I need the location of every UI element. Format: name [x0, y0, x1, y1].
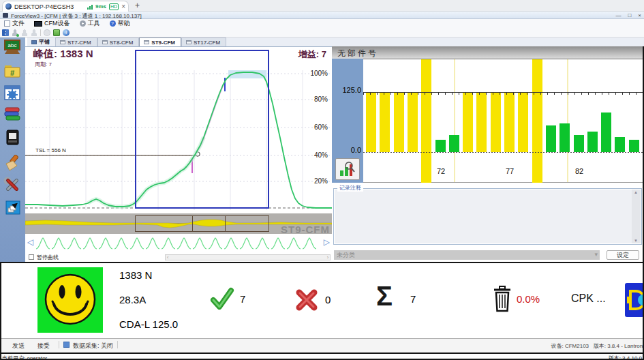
spc-zoom-button[interactable] — [335, 158, 360, 180]
spc-bottom-border — [363, 182, 644, 183]
close-button[interactable]: × — [638, 12, 641, 18]
spc-group-divider — [454, 59, 455, 183]
spc-bar[interactable] — [421, 59, 431, 183]
overview-selection-rect[interactable] — [135, 215, 269, 232]
evaluation-window-rect[interactable] — [135, 50, 269, 209]
spc-bar[interactable] — [601, 112, 611, 152]
tab-ST17-CFM[interactable]: ST17-CFM — [181, 38, 226, 46]
spc-bar[interactable] — [408, 92, 418, 152]
spc-bar[interactable] — [532, 59, 542, 183]
cycle-pulse-strip: ◁ ▷ — [25, 236, 332, 251]
scroll-right-icon[interactable]: › — [327, 255, 328, 260]
pulse-peak — [162, 238, 175, 249]
spc-bar[interactable] — [546, 125, 556, 152]
latency-value: 9ms — [95, 3, 106, 10]
scroll-down-icon[interactable]: ▼ — [634, 239, 638, 243]
menu-item-帮助[interactable]: ?帮助 — [110, 19, 130, 28]
maximize-button[interactable]: □ — [628, 12, 631, 18]
tools-icon[interactable] — [3, 177, 21, 194]
remote-new-tab-button[interactable]: + — [135, 1, 140, 10]
menu-item-文件[interactable]: 文件 — [4, 19, 25, 28]
spc-bar[interactable] — [449, 135, 459, 152]
signal-overview-band[interactable]: ST9-CFM — [25, 213, 332, 234]
pulse-peak — [99, 238, 112, 249]
scroll-left-icon[interactable]: ‹ — [167, 255, 168, 260]
help-icon: ? — [110, 20, 116, 27]
spc-bar[interactable] — [380, 92, 390, 152]
result-force: 1383 N — [119, 269, 152, 281]
pulse-prev-icon[interactable]: ◁ — [27, 237, 33, 247]
spc-bar[interactable] — [476, 92, 487, 152]
nok-x-icon — [294, 288, 319, 312]
spc-bar[interactable] — [435, 140, 446, 152]
status-separator — [117, 341, 118, 348]
y-axis-tick: 60% — [301, 123, 328, 131]
ok-count: 7 — [240, 293, 245, 305]
manuals-books-icon[interactable] — [3, 106, 21, 123]
result-current: 28.3A — [119, 294, 146, 305]
info-icon[interactable]: i — [63, 29, 70, 36]
pause-curve-checkbox[interactable] — [29, 254, 34, 260]
curve-horizontal-scrollbar[interactable]: ‹ › — [165, 254, 331, 260]
spc-bar[interactable] — [366, 92, 376, 152]
device-unit-icon[interactable] — [3, 129, 21, 147]
spc-bar[interactable] — [394, 92, 404, 152]
remote-tab-close-icon[interactable]: × — [121, 3, 125, 10]
abc-board-icon[interactable]: abc — [3, 39, 21, 57]
spc-bar[interactable] — [629, 140, 639, 152]
spc-bar-plot[interactable]: 72 77 82 — [363, 59, 644, 183]
signal-bars-icon — [87, 4, 93, 10]
tab-平铺[interactable]: 平铺 — [27, 38, 55, 46]
scroll-up-icon[interactable]: ▲ — [634, 190, 638, 194]
minimize-button[interactable]: — — [615, 12, 621, 18]
comments-textarea[interactable] — [335, 190, 632, 243]
part-number-header: 无部件号 — [332, 46, 644, 59]
y-axis-tick: 20% — [301, 177, 328, 185]
logbook-icon[interactable] — [2, 29, 9, 36]
spc-bar[interactable] — [463, 92, 473, 152]
user-group-icon[interactable] — [31, 29, 37, 36]
remote-client-tabbar: DESKTOP-P4EGSH3 9ms HD × + — [0, 0, 644, 12]
tab-label: ST17-CFM — [194, 40, 220, 46]
menu-item-CFM设备[interactable]: CFM设备 — [34, 19, 70, 28]
ok-check-icon — [209, 285, 236, 312]
spc-bar[interactable] — [559, 123, 570, 152]
spc-bar[interactable] — [615, 137, 625, 152]
pulse-peak — [67, 238, 81, 249]
part-number-folder-icon[interactable]: # — [3, 62, 21, 80]
network-icon[interactable] — [44, 29, 50, 36]
spc-bar[interactable] — [491, 92, 501, 152]
set-button[interactable]: 设定 — [607, 250, 639, 260]
tab-ST7-CFM[interactable]: ST7-CFM — [55, 38, 97, 46]
comments-scrollbar[interactable]: ▲ ▼ — [632, 190, 641, 243]
tab-ST9-CFM[interactable]: ST9-CFM — [139, 38, 181, 46]
status-ok-box — [37, 267, 103, 333]
spc-bar[interactable] — [574, 135, 584, 152]
receive-status: 接受 — [37, 342, 50, 350]
spc-bar[interactable] — [504, 92, 515, 152]
cleanup-brush-icon[interactable] — [3, 155, 21, 172]
status-bar: 发送 接受 数据采集: 关闭 设备: CFM2103 版本: 3.8.4 - L… — [0, 338, 644, 352]
menu-item-工具[interactable]: 工具 — [80, 19, 100, 28]
pulse-next-icon[interactable]: ▷ — [324, 237, 330, 247]
tab-ST8-CFM[interactable]: ST8-CFM — [97, 38, 140, 46]
force-curve-panel: 峰值: 1383 N 周期: 7 增益: 7 TSL = 556 N 100% — [25, 46, 332, 262]
connector-icon[interactable] — [625, 283, 644, 317]
spc-bar[interactable] — [587, 132, 598, 152]
cycle-count-label: 周期: 7 — [35, 61, 52, 68]
spc-bar[interactable] — [518, 92, 528, 152]
spc-baseline — [363, 152, 644, 153]
switch-view-icon[interactable] — [3, 200, 21, 217]
user-icon[interactable] — [21, 29, 28, 36]
overview-divider — [192, 216, 193, 231]
settings-window-icon[interactable] — [3, 84, 21, 102]
export-sheet-icon[interactable] — [53, 29, 60, 36]
daq-status: 数据采集: 关闭 — [73, 342, 113, 350]
category-select[interactable]: 未分类 ▾ — [334, 250, 600, 260]
category-value: 未分类 — [337, 252, 355, 258]
remote-session-tab[interactable]: DESKTOP-P4EGSH3 9ms HD × — [2, 1, 129, 12]
pulse-peak — [224, 238, 238, 249]
user-login-icon[interactable] — [12, 29, 18, 36]
spc-y-min: 0.0 — [351, 146, 361, 154]
tsl-label: TSL = 556 N — [35, 147, 66, 153]
